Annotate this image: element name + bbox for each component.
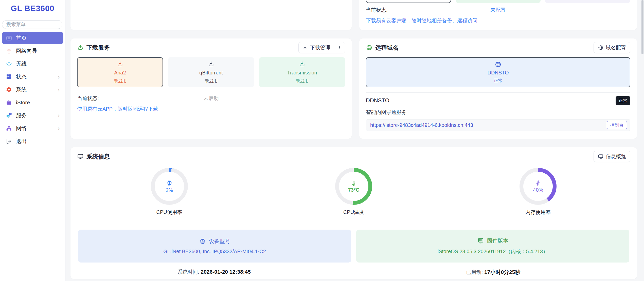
tile-status: 未启用 [205,78,218,84]
sidebar-item-label: 服务 [16,112,27,119]
search-input[interactable] [2,20,62,29]
ddnsto-description: 智能内网穿透服务 [366,109,630,116]
system-card-title-row: 系统信息 [77,153,110,160]
tile-status: 正常 [494,78,503,84]
domain-card-title-row: 远程域名 [366,44,399,52]
download-status-row: 当前状态: 未启动 [77,95,345,102]
download-card-title-row: 下载服务 [77,44,110,52]
thermometer-icon [351,180,357,186]
gears-icon [6,112,12,119]
tile-aria2[interactable]: Aria2 未启用 [77,57,163,87]
info-overview-button[interactable]: 信息概览 [594,151,630,162]
sidebar-item-label: 状态 [16,73,27,80]
card-top-left [70,0,352,30]
card-system-info: 系统信息 信息概览 [70,147,637,279]
sidebar-item-system[interactable]: 系统 › [2,84,63,96]
card-download-service: 下载服务 下载管理 [70,38,352,139]
backup-tile-2[interactable] [456,0,541,3]
uptime-label: 已启动: [466,269,483,275]
sidebar-item-label: iStore [16,99,30,106]
chip-icon [199,238,206,245]
chevron-right-icon: › [58,125,60,132]
download-app-link[interactable]: 使用易有云APP，随时随地远程下载 [77,106,158,112]
kebab-menu-button[interactable] [334,42,345,53]
dashboard-icon [6,35,12,41]
backup-tile-3[interactable] [545,0,630,3]
backup-tile-selected[interactable] [366,0,451,3]
sidebar: GL BE3600 首页 网络向导 [0,0,65,281]
card-title: 下载服务 [86,44,110,52]
download-manage-label: 下载管理 [310,44,330,51]
sidebar-item-label: 网络 [16,125,27,132]
briefcase-icon [6,99,12,106]
tile-qbittorrent[interactable]: qBittorrent 未启用 [168,57,254,87]
sidebar-item-logout[interactable]: 退出 [2,135,63,147]
sidebar-item-istore[interactable]: iStore [2,96,63,109]
ddnsto-url-link[interactable]: https://istore-9483c4ad4914-6.kooldns.cn… [370,122,473,128]
backup-status-row: 当前状态: 未配置 [359,7,637,13]
sidebar-item-label: 网络向导 [16,47,37,54]
backup-app-link[interactable]: 下载易有云客户端，随时随地相册备份、远程访问 [366,17,477,24]
sidebar-item-status[interactable]: 状态 › [2,71,63,83]
gauge-value: 40% [533,187,543,193]
tile-ddnsto[interactable]: DDNSTO 正常 [366,57,630,87]
ddnsto-url-box: https://istore-9483c4ad4914-6.kooldns.cn… [366,119,630,131]
monitor-icon [598,154,603,159]
gear-icon [6,86,12,93]
card-remote-domain: 远程域名 域名配置 DDNSTO 正常 [359,38,637,139]
tile-name: Aria2 [114,70,126,76]
sidebar-item-network-wizard[interactable]: 网络向导 [2,45,63,57]
uptime: 已启动:17小时0分25秒 [356,269,630,276]
sidebar-item-wireless[interactable]: 无线 [2,58,63,70]
domain-config-button[interactable]: 域名配置 [594,42,630,53]
download-service-tiles: Aria2 未启用 qBittorrent 未启用 Transmission 未… [77,57,345,87]
gauge-label: CPU使用率 [156,209,182,216]
bolt-icon [535,180,541,186]
chevron-right-icon: › [58,73,60,80]
tile-transmission[interactable]: Transmission 未启用 [259,57,345,87]
info-overview-label: 信息概览 [606,153,626,160]
gauge-label: CPU温度 [343,209,364,216]
chevron-right-icon: › [58,86,60,93]
system-bottom-row: 系统时间:2026-01-20 12:38:45 已启动:17小时0分25秒 [77,269,630,276]
firmware-version-value: iStoreOS 23.05.3 2026011912（内核：5.4.213） [438,248,548,255]
sidebar-menu: 首页 网络向导 无线 [0,32,65,147]
status-value: 未配置 [359,7,637,13]
sidebar-item-network[interactable]: 网络 › [2,122,63,134]
firmware-version-box: 固件版本 iStoreOS 23.05.3 2026011912（内核：5.4.… [356,230,629,263]
system-info-boxes: 设备型号 GL.iNet BE3600, Inc. IPQ5332/AP-MI0… [77,230,630,263]
console-button[interactable]: 控制台 [607,121,627,129]
tile-name: qBittorrent [199,70,223,76]
scrollbar-thumb[interactable] [641,0,643,54]
page-scrollbar[interactable] [641,0,644,281]
tile-name: DDNSTO [487,70,509,76]
gauge-memory: 40% 内存使用率 [446,168,630,216]
globe-icon [366,44,372,51]
gauge-ring: 73°C [335,168,372,205]
wifi-icon [6,61,12,67]
card-photo-backup: 当前状态: 未配置 下载易有云客户端，随时随地相册备份、远程访问 [359,0,637,30]
box-title: 固件版本 [487,237,508,244]
gauge-label: 内存使用率 [525,209,551,216]
sitemap-icon [6,125,12,132]
system-time: 系统时间:2026-01-20 12:38:45 [77,269,351,276]
cpu-icon [166,180,173,186]
gauge-ring: 2% [151,168,188,205]
ddnsto-title: DDNSTO [366,97,389,104]
sidebar-item-services[interactable]: 服务 › [2,109,63,122]
monitor-icon [77,153,84,160]
gauge-value: 2% [166,187,173,193]
globe-icon [598,45,603,50]
device-model-box: 设备型号 GL.iNet BE3600, Inc. IPQ5332/AP-MI0… [78,230,351,263]
box-title: 设备型号 [209,238,230,245]
sidebar-item-label: 系统 [16,86,27,93]
gauge-cpu-temp: 73°C CPU温度 [261,168,446,216]
system-time-value: 2026-01-20 12:38:45 [201,269,251,275]
gauge-ring: 40% [520,168,557,205]
status-badge: 正常 [616,96,630,105]
sidebar-item-home[interactable]: 首页 [2,32,63,44]
gauge-cpu-usage: 2% CPU使用率 [77,168,261,216]
download-manage-button[interactable]: 下载管理 [299,42,334,53]
status-value: 未启动 [77,95,345,102]
tile-status: 未启用 [114,78,127,84]
